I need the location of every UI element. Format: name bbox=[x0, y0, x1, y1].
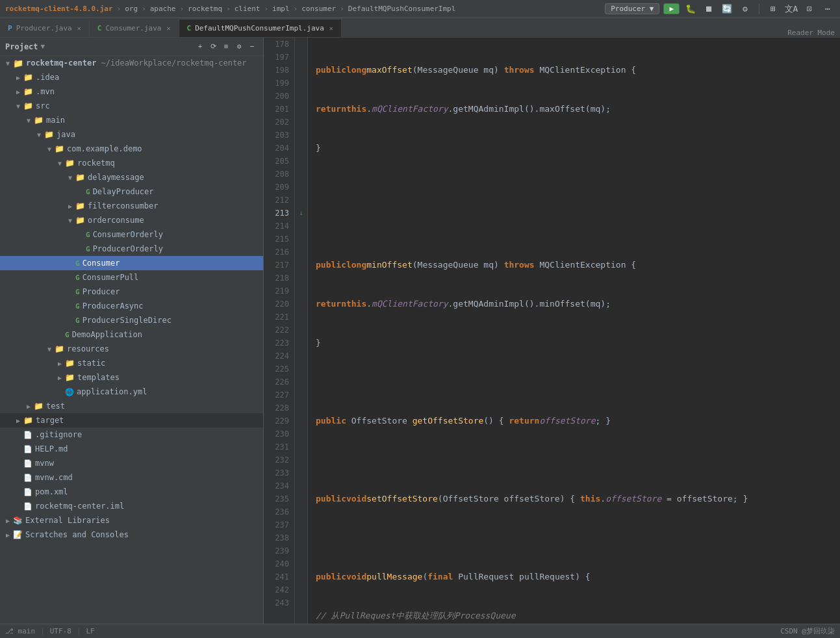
idea-label: .idea bbox=[36, 73, 59, 82]
tree-producerorderly[interactable]: ▶ G ProducerOrderly bbox=[0, 242, 263, 256]
settings-button[interactable]: ⚙ bbox=[738, 2, 752, 16]
bc-class: DefaultMQPushConsumerImpl bbox=[348, 5, 456, 13]
tab-producer[interactable]: P Producer.java ✕ bbox=[0, 19, 90, 37]
ext-label: External Libraries bbox=[25, 516, 110, 525]
tree-delaymessage[interactable]: ▼ 📁 delaymessage bbox=[0, 170, 263, 185]
tree-orderconsume[interactable]: ▼ 📁 orderconsume bbox=[0, 213, 263, 227]
share-button[interactable]: ⊡ bbox=[802, 2, 817, 16]
translate-button[interactable]: 文A bbox=[784, 2, 798, 16]
tree-producerasync[interactable]: ▶ G ProducerAsync bbox=[0, 299, 263, 313]
tab-defaultmq[interactable]: C DefaultMQPushConsumerImpl.java ✕ bbox=[179, 19, 342, 37]
pom-icon: 📄 bbox=[23, 488, 32, 496]
code-area[interactable]: public long maxOffset(MessageQueue mq) t… bbox=[308, 38, 840, 624]
tree-consumer[interactable]: ▶ G Consumer bbox=[0, 256, 263, 270]
tree-extlibs[interactable]: ▶ 📚 External Libraries bbox=[0, 513, 263, 528]
tab-close-producer[interactable]: ✕ bbox=[77, 25, 81, 32]
tab-label-consumer: Consumer.java bbox=[105, 24, 161, 32]
tmpl-label: templates bbox=[77, 373, 120, 382]
debug-button[interactable]: 🐛 bbox=[683, 2, 698, 16]
collapse-icon[interactable]: ≡ bbox=[220, 41, 232, 53]
tree-java[interactable]: ▼ 📁 java bbox=[0, 127, 263, 142]
run-config-selector[interactable]: Producer ▼ bbox=[605, 3, 659, 14]
tree-mvnwcmd[interactable]: ▶ 📄 mvnw.cmd bbox=[0, 470, 263, 485]
yml-icon: 🌐 bbox=[65, 388, 74, 396]
tree-iml[interactable]: ▶ 📄 rocketmq-center.iml bbox=[0, 499, 263, 513]
psd-label: ProducerSingleDirec bbox=[83, 316, 172, 325]
sync-icon[interactable]: ⟳ bbox=[207, 41, 219, 53]
code-line bbox=[316, 531, 840, 544]
git-branch: ⎇ main bbox=[5, 627, 35, 635]
tree-help[interactable]: ▶ 📄 HELP.md bbox=[0, 442, 263, 456]
sidebar: Project ▼ + ⟳ ≡ ⚙ − ▼ 📁 rocketmq-center … bbox=[0, 38, 264, 624]
root-label: rocketmq-center ~/ideaWorkplace/rocketmq… bbox=[26, 58, 247, 68]
divider bbox=[759, 4, 759, 14]
refresh-button[interactable]: 🔄 bbox=[720, 2, 734, 16]
reader-mode-btn[interactable]: Reader Mode bbox=[787, 29, 835, 37]
dp-java-icon: G bbox=[86, 188, 90, 196]
tab-close-defaultmq[interactable]: ✕ bbox=[329, 25, 333, 32]
tree-pom[interactable]: ▶ 📄 pom.xml bbox=[0, 485, 263, 499]
tree-scratches[interactable]: ▶ 📝 Scratches and Consoles bbox=[0, 528, 263, 542]
tree-src[interactable]: ▼ 📁 src bbox=[0, 99, 263, 113]
settings-icon[interactable]: ⚙ bbox=[233, 41, 245, 53]
dp-label: DelayProducer bbox=[93, 187, 154, 196]
pa-java-icon: G bbox=[75, 302, 80, 311]
mvnw-icon: 📄 bbox=[23, 459, 32, 468]
stop-button[interactable]: ⏹ bbox=[702, 2, 716, 16]
tree-root[interactable]: ▼ 📁 rocketmq-center ~/ideaWorkplace/rock… bbox=[0, 56, 263, 70]
co-label: ConsumerOrderly bbox=[93, 230, 163, 239]
sidebar-tree: ▼ 📁 rocketmq-center ~/ideaWorkplace/rock… bbox=[0, 56, 263, 624]
tree-demoapplication[interactable]: ▶ G DemoApplication bbox=[0, 327, 263, 342]
tree-idea[interactable]: ▶ 📁 .idea bbox=[0, 70, 263, 84]
tree-static[interactable]: ▶ 📁 static bbox=[0, 356, 263, 370]
tree-delayproducer[interactable]: ▶ G DelayProducer bbox=[0, 185, 263, 199]
tree-producer-file[interactable]: ▶ G Producer bbox=[0, 285, 263, 299]
com-arrow: ▼ bbox=[44, 146, 55, 153]
close-sidebar-icon[interactable]: − bbox=[246, 41, 258, 53]
run-button[interactable]: ▶ bbox=[663, 3, 680, 14]
code-line bbox=[316, 181, 840, 194]
add-icon[interactable]: + bbox=[194, 41, 206, 53]
tree-gitignore[interactable]: ▶ 📄 .gitignore bbox=[0, 427, 263, 442]
tab-consumer[interactable]: C Consumer.java ✕ bbox=[90, 19, 179, 37]
tree-consumerorderly[interactable]: ▶ G ConsumerOrderly bbox=[0, 227, 263, 242]
tree-producersd[interactable]: ▶ G ProducerSingleDirec bbox=[0, 313, 263, 327]
tree-main[interactable]: ▼ 📁 main bbox=[0, 113, 263, 127]
code-line: public void pullMessage(final PullReques… bbox=[316, 570, 840, 583]
tree-com[interactable]: ▼ 📁 com.example.demo bbox=[0, 142, 263, 156]
java-folder-icon: 📁 bbox=[44, 130, 54, 139]
res-folder-icon: 📁 bbox=[55, 344, 64, 353]
code-container[interactable]: 178 197 198 199 200 201 202 203 204 205 … bbox=[264, 38, 840, 624]
tree-consumerpull[interactable]: ▶ G ConsumerPull bbox=[0, 270, 263, 285]
res-label: resources bbox=[67, 344, 109, 353]
tree-mvn[interactable]: ▶ 📁 .mvn bbox=[0, 84, 263, 99]
da-label: DemoApplication bbox=[72, 330, 142, 339]
tree-yml[interactable]: ▶ 🌐 application.yml bbox=[0, 385, 263, 399]
pf-java-icon: G bbox=[75, 288, 80, 296]
rocketmq-arrow: ▼ bbox=[55, 160, 65, 167]
ext-icon: 📚 bbox=[13, 516, 23, 525]
tree-filter[interactable]: ▶ 📁 filterconsumber bbox=[0, 199, 263, 213]
main-arrow: ▼ bbox=[23, 117, 34, 124]
layout-button[interactable]: ⊞ bbox=[766, 2, 780, 16]
more-button[interactable]: ⋯ bbox=[821, 2, 835, 16]
tree-resources[interactable]: ▼ 📁 resources bbox=[0, 342, 263, 356]
tmpl-arrow: ▶ bbox=[55, 374, 65, 381]
tree-templates[interactable]: ▶ 📁 templates bbox=[0, 370, 263, 385]
project-dropdown[interactable]: ▼ bbox=[41, 42, 45, 51]
filter-label: filterconsumber bbox=[88, 201, 158, 211]
tree-rocketmq[interactable]: ▼ 📁 rocketmq bbox=[0, 156, 263, 170]
code-line: } bbox=[316, 337, 840, 350]
sep4: › bbox=[226, 5, 231, 13]
scratch-arrow: ▶ bbox=[3, 531, 13, 539]
tree-mvnw[interactable]: ▶ 📄 mvnw bbox=[0, 456, 263, 470]
line-numbers: 178 197 198 199 200 201 202 203 204 205 … bbox=[264, 38, 295, 624]
tree-target[interactable]: ▶ 📁 target bbox=[0, 413, 263, 427]
tree-test[interactable]: ▶ 📁 test bbox=[0, 399, 263, 413]
delay-arrow: ▼ bbox=[65, 174, 75, 181]
scratch-label: Scratches and Consoles bbox=[25, 530, 129, 539]
help-label: HELP.md bbox=[35, 444, 68, 453]
sep5: › bbox=[264, 5, 268, 13]
com-label: com.example.demo bbox=[67, 144, 142, 153]
tab-close-consumer[interactable]: ✕ bbox=[166, 25, 170, 32]
